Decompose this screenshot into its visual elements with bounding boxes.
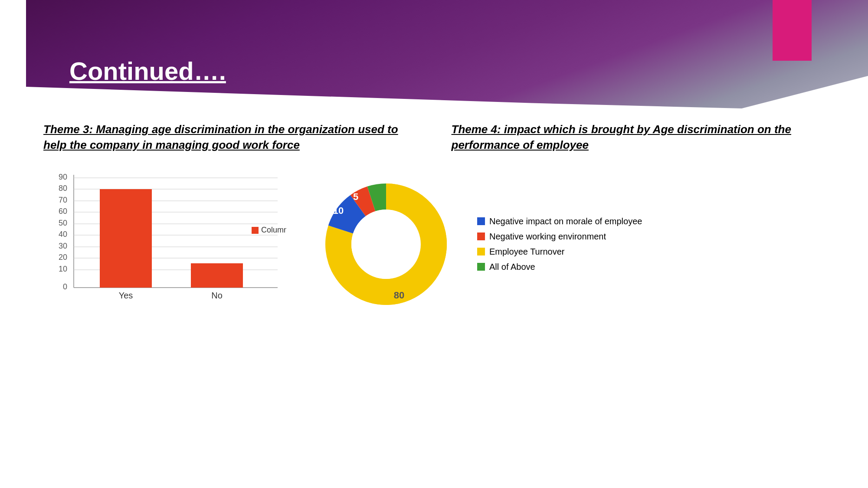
svg-text:20: 20 xyxy=(59,253,67,262)
donut-chart-svg: 10 5 80 xyxy=(312,170,460,318)
legend-label-red: Negative working environment xyxy=(489,232,606,242)
pink-accent-rectangle xyxy=(773,0,812,61)
svg-text:80: 80 xyxy=(59,184,67,193)
donut-chart-container: 10 5 80 Negative impact on morale of emp… xyxy=(312,170,825,318)
legend-label-yellow: Employee Turnover xyxy=(489,247,564,257)
svg-rect-23 xyxy=(252,227,259,234)
legend-item-blue: Negative impact on morale of employee xyxy=(477,216,642,226)
svg-text:30: 30 xyxy=(59,242,67,250)
bar-chart-svg: 90 80 70 60 50 40 30 xyxy=(43,170,286,309)
svg-text:No: No xyxy=(211,291,223,300)
svg-text:60: 60 xyxy=(59,207,67,216)
themes-row: Theme 3: Managing age discrimination in … xyxy=(43,121,825,153)
header-banner xyxy=(26,0,868,108)
donut-center xyxy=(351,210,421,279)
svg-text:Yes: Yes xyxy=(119,291,133,300)
svg-text:0: 0 xyxy=(63,282,67,291)
svg-text:70: 70 xyxy=(59,196,67,204)
svg-text:80: 80 xyxy=(394,290,404,301)
legend: Negative impact on morale of employee Ne… xyxy=(477,216,642,272)
svg-text:10: 10 xyxy=(59,265,67,273)
svg-text:40: 40 xyxy=(59,230,67,239)
bar-yes xyxy=(100,189,152,288)
legend-color-red xyxy=(477,233,485,240)
legend-item-yellow: Employee Turnover xyxy=(477,247,642,257)
legend-color-blue xyxy=(477,217,485,225)
legend-item-red: Negative working environment xyxy=(477,232,642,242)
svg-text:50: 50 xyxy=(59,219,67,227)
legend-color-yellow xyxy=(477,248,485,255)
theme4-title: Theme 4: impact which is brought by Age … xyxy=(452,121,825,153)
svg-text:10: 10 xyxy=(333,205,344,216)
bar-chart-container: 90 80 70 60 50 40 30 xyxy=(43,170,286,311)
content-area: Theme 3: Managing age discrimination in … xyxy=(43,121,825,471)
legend-label-green: All of Above xyxy=(489,262,535,272)
svg-text:5: 5 xyxy=(353,191,358,202)
svg-text:Column I: Column I xyxy=(261,226,286,234)
legend-label-blue: Negative impact on morale of employee xyxy=(489,216,642,226)
charts-row: 90 80 70 60 50 40 30 xyxy=(43,170,825,318)
bar-no xyxy=(191,263,243,288)
legend-item-green: All of Above xyxy=(477,262,642,272)
svg-text:90: 90 xyxy=(59,173,67,181)
slide-title: Continued…. xyxy=(69,56,226,85)
theme3-title: Theme 3: Managing age discrimination in … xyxy=(43,121,417,153)
legend-color-green xyxy=(477,263,485,271)
